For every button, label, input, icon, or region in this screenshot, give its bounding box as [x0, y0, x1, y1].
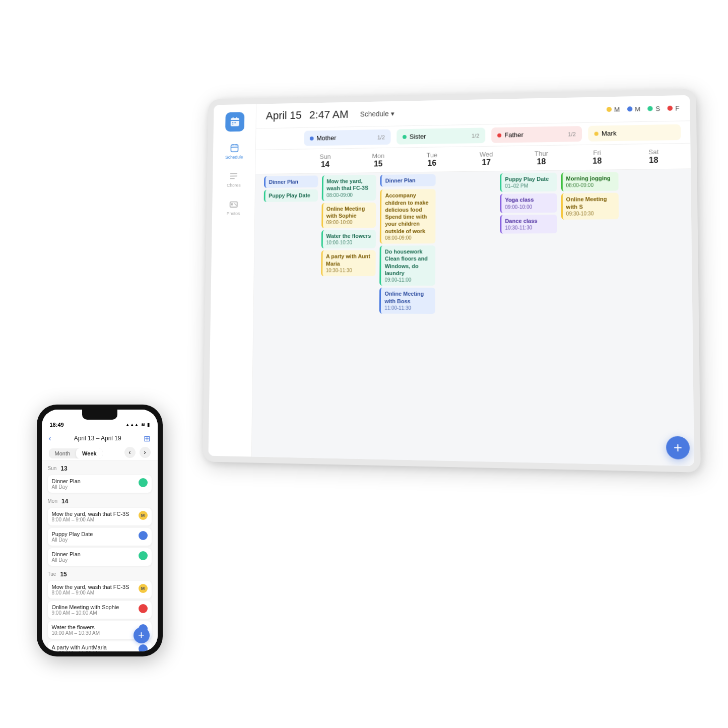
sidebar: Schedule Chores Photos	[208, 104, 256, 456]
legend-item-m2: M	[627, 105, 640, 113]
phone-event-time-dinner-mon: All Day	[52, 557, 81, 563]
phone-event-info: Dinner Plan All Day	[52, 478, 81, 490]
event-party-aunt-maria-mon[interactable]: A party with Aunt Maria 10:30-11:30	[320, 250, 375, 276]
phone-event-title-mow: Mow the yard, wash that FC-3S	[52, 511, 129, 517]
phone-event-dot-aunt	[139, 644, 148, 651]
event-puppy-play-date-thur[interactable]: Puppy Play Date 01–02 PM	[500, 172, 557, 191]
phone-event-mow-tue15[interactable]: Mow the yard, wash that FC-3S 8:00 AM – …	[48, 581, 152, 599]
phone-event-time-puppy: All Day	[52, 537, 93, 543]
day-num-14: 14	[299, 160, 352, 169]
events-area: Dinner Plan Puppy Play Date Mow the yard…	[251, 169, 694, 466]
next-week-btn[interactable]: ›	[140, 447, 151, 458]
phone-frame: 18:49 ▲▲▲ ≋ ▮ ‹ April 13 – April 19 ⊞ Mo…	[37, 405, 163, 656]
event-do-housework-tue[interactable]: Do housework Clean floors and Windows, d…	[379, 245, 435, 286]
main-content: April 15 2:47 AM Schedule ▾ M	[251, 95, 694, 466]
header-date: April 15	[266, 109, 301, 122]
day-header-mon15: Mon 15	[351, 148, 405, 172]
phone-day-section-sun13: Sun 13 Dinner Plan All Day	[48, 465, 152, 493]
person-card-mother[interactable]: Mother 1/2	[304, 129, 390, 146]
person-card-father[interactable]: Father 1/2	[491, 126, 582, 143]
phone-event-dinner-mon14[interactable]: Dinner Plan All Day	[48, 548, 152, 566]
event-dinner-plan-tue[interactable]: Dinner Plan	[380, 174, 435, 186]
day-header-wed17: Wed 17	[459, 146, 514, 171]
phone-event-mow-yard-mon14[interactable]: Mow the yard, wash that FC-3S 8:00 AM – …	[48, 508, 152, 525]
calendar-legend: M M S F	[606, 104, 679, 113]
day-col-sat18	[621, 169, 685, 466]
phone-event-title: Dinner Plan	[52, 478, 81, 484]
legend-label-m1: M	[614, 105, 619, 113]
day-name-mon: Mon	[372, 152, 384, 159]
legend-label-f: F	[675, 104, 679, 111]
phone-nav: ‹ April 13 – April 19 ⊞	[49, 434, 151, 443]
day-name-sat: Sat	[648, 148, 658, 155]
phone-day-label-sun13: Sun 13	[48, 465, 152, 472]
sidebar-item-chores[interactable]: Chores	[227, 171, 241, 187]
week-toggle-btn[interactable]: Week	[76, 448, 103, 458]
svg-point-12	[231, 203, 232, 205]
phone-event-party-aunt-tue15[interactable]: A party with AuntMaria 10:30 AM – 11:30 …	[48, 641, 152, 651]
event-puppy-play-date-sun[interactable]: Puppy Play Date	[263, 189, 317, 202]
phone-event-time-sophie: 9:00 AM – 10:00 AM	[52, 610, 119, 616]
event-yoga-class-thur[interactable]: Yoga class 09:00-10:00	[500, 193, 557, 213]
phone-event-info-water: Water the flowers 10:00 AM – 10:30 AM	[52, 624, 100, 636]
fab-plus-icon: +	[673, 439, 682, 456]
add-event-fab[interactable]: +	[666, 436, 689, 459]
phone-event-meeting-sophie-tue15[interactable]: Online Meeting with Sophie 9:00 AM – 10:…	[48, 601, 152, 619]
phone-event-info-dinner-mon: Dinner Plan All Day	[52, 551, 81, 563]
legend-label-m2: M	[634, 105, 640, 112]
phone-event-dot-mow: M	[139, 511, 148, 520]
sidebar-item-photos[interactable]: Photos	[226, 199, 240, 216]
person-card-mark[interactable]: Mark	[588, 124, 681, 141]
day-col-wed17	[438, 171, 497, 462]
event-water-flowers-mon[interactable]: Water the flowers 10:00-10:30	[321, 230, 376, 248]
phone-day-num-15: 15	[60, 571, 67, 578]
phone-event-time: All Day	[52, 484, 81, 490]
phone-day-name-mon: Mon	[48, 498, 57, 504]
event-morning-jogging-fri[interactable]: Morning jogging 08:00-09:00	[561, 172, 619, 191]
phone-event-puppy-mon14[interactable]: Puppy Play Date All Day	[48, 528, 152, 546]
person-dot-sister	[403, 135, 407, 139]
event-dance-class-thur[interactable]: Dance class 10:30-11:30	[500, 214, 557, 233]
month-toggle-btn[interactable]: Month	[49, 448, 77, 458]
phone-day-name-tue: Tue	[48, 571, 56, 577]
phone-event-title-mow-tue: Mow the yard, wash that FC-3S	[52, 584, 129, 590]
person-dot-mother	[309, 136, 313, 140]
phone-event-dot-puppy	[139, 531, 148, 540]
phone-event-info-aunt: A party with AuntMaria 10:30 AM – 11:30 …	[52, 644, 107, 651]
phone-day-label-tue15: Tue 15	[48, 571, 152, 578]
phone-event-info-mow: Mow the yard, wash that FC-3S 8:00 AM – …	[52, 511, 129, 522]
day-header-tue16: Tue 16	[405, 147, 458, 172]
phone-event-dot-dinner-mon	[139, 551, 148, 560]
phone-event-info-mow-tue: Mow the yard, wash that FC-3S 8:00 AM – …	[52, 584, 129, 595]
person-count-father: 1/2	[568, 130, 576, 137]
phone-fab-icon: +	[138, 629, 145, 642]
day-col-fri18: Morning jogging 08:00-09:00 Online Meeti…	[560, 170, 622, 465]
back-button[interactable]: ‹	[49, 434, 51, 443]
day-num-thur18: 18	[513, 157, 569, 166]
phone-event-title-sophie: Online Meeting with Sophie	[52, 604, 119, 610]
phone-add-event-fab[interactable]: +	[134, 627, 150, 643]
phone-event-dinner-plan-sun[interactable]: Dinner Plan All Day	[48, 475, 152, 493]
phone-scroll[interactable]: Sun 13 Dinner Plan All Day Mon	[42, 461, 158, 651]
event-accompany-children-tue[interactable]: Accompany children to make delicious foo…	[380, 189, 436, 243]
schedule-view-button[interactable]: Schedule ▾	[356, 107, 398, 120]
prev-week-btn[interactable]: ‹	[124, 447, 136, 458]
event-online-meeting-sophie-mon[interactable]: Online Meeting with Sophie 09:00-10:00	[321, 202, 376, 228]
app-logo	[225, 112, 244, 131]
person-count-sister: 1/2	[471, 132, 479, 138]
event-online-meeting-boss-tue[interactable]: Online Meeting with Boss 11:00-11:30	[379, 288, 435, 314]
sidebar-item-calendar[interactable]: Schedule	[225, 143, 243, 159]
phone-event-title-aunt: A party with AuntMaria	[52, 644, 107, 650]
schedule-label: Schedule	[360, 109, 388, 118]
event-online-meeting-s-fri[interactable]: Online Meeting with S 09:30-10:30	[561, 192, 619, 219]
person-card-sister[interactable]: Sister 1/2	[396, 127, 485, 144]
legend-item-m1: M	[606, 105, 620, 113]
event-mow-yard-mon[interactable]: Mow the yard, wash that FC-3S 08:00-09:0…	[321, 175, 376, 201]
phone-header: ‹ April 13 – April 19 ⊞ Month Week ‹ ›	[42, 430, 158, 461]
event-dinner-plan-sun[interactable]: Dinner Plan	[263, 175, 317, 188]
phone-event-time-mow: 8:00 AM – 9:00 AM	[52, 517, 129, 522]
legend-item-s: S	[647, 104, 660, 112]
calendar-icon-button[interactable]: ⊞	[144, 434, 150, 443]
phone-status-icons: ▲▲▲ ≋ ▮	[125, 422, 150, 428]
person-name-mother: Mother	[316, 134, 336, 142]
